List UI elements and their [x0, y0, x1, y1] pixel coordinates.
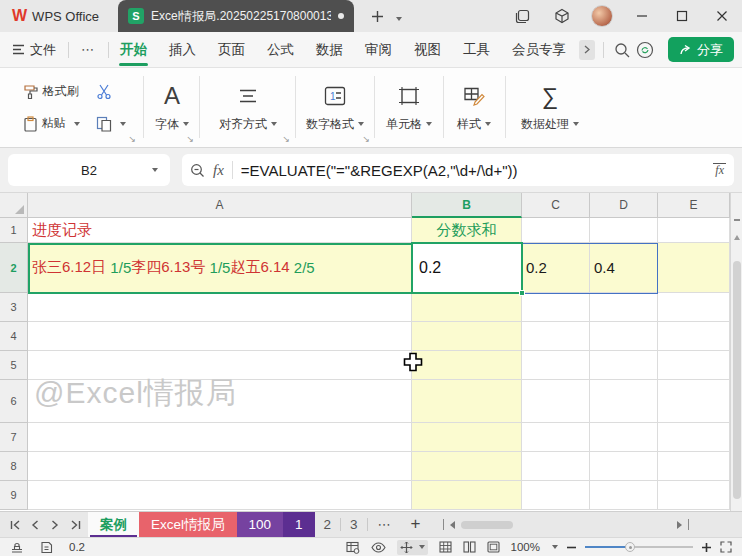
- cell-C5[interactable]: [522, 351, 590, 380]
- tab-list-chevron-icon[interactable]: [392, 9, 402, 24]
- prev-sheet-button[interactable]: [26, 515, 44, 535]
- name-box-chevron-icon[interactable]: [152, 168, 158, 172]
- cell-D1[interactable]: [590, 218, 658, 243]
- cell-E5[interactable]: [658, 351, 730, 380]
- zoom-slider[interactable]: [585, 542, 693, 552]
- sheet-tab-100[interactable]: 100: [237, 512, 284, 538]
- copy-button[interactable]: [96, 116, 126, 132]
- cell-E4[interactable]: [658, 322, 730, 351]
- formula-input[interactable]: =EVALUATE("="&REGEXP(A2,"\d+/\d+")): [241, 162, 706, 179]
- row-header-2[interactable]: 2: [0, 243, 28, 293]
- horizontal-scrollbar[interactable]: [443, 519, 581, 530]
- cell-B3[interactable]: [412, 293, 522, 322]
- cell-A7[interactable]: [28, 423, 412, 452]
- fill-handle[interactable]: [519, 290, 525, 296]
- column-header-e[interactable]: E: [658, 193, 730, 218]
- cell-E9[interactable]: [658, 481, 730, 510]
- share-button[interactable]: 分享: [668, 37, 734, 62]
- tab-page[interactable]: 页面: [207, 32, 256, 68]
- sheet-tab-anli[interactable]: 案例: [88, 512, 139, 538]
- cut-button[interactable]: [96, 84, 126, 100]
- tab-insert[interactable]: 插入: [158, 32, 207, 68]
- cell-D3[interactable]: [590, 293, 658, 322]
- cell-A2[interactable]: 张三6.12日 1/5李四6.13号 1/5赵五6.14 2/5: [28, 243, 412, 293]
- cell-B9[interactable]: [412, 481, 522, 510]
- cell-E7[interactable]: [658, 423, 730, 452]
- cell-D2[interactable]: 0.4: [590, 243, 658, 293]
- cell-C7[interactable]: [522, 423, 590, 452]
- vertical-scroll-thumb[interactable]: [733, 261, 741, 499]
- sheet-tab-3[interactable]: 3: [341, 512, 367, 538]
- row-header-8[interactable]: 8: [0, 452, 28, 481]
- zoom-chevron-icon[interactable]: [552, 545, 558, 549]
- cell-A1[interactable]: 进度记录: [28, 218, 412, 243]
- sheet-list-button[interactable]: ⋯: [368, 517, 403, 532]
- next-sheet-button[interactable]: [46, 515, 64, 535]
- cell-D8[interactable]: [590, 452, 658, 481]
- cell-C3[interactable]: [522, 293, 590, 322]
- cell-B4[interactable]: [412, 322, 522, 351]
- new-tab-button[interactable]: [366, 5, 388, 27]
- cell-B7[interactable]: [412, 423, 522, 452]
- formula-bar-expand-icon[interactable]: fx: [713, 163, 726, 177]
- last-sheet-button[interactable]: [66, 515, 84, 535]
- format-painter-button[interactable]: 格式刷: [23, 83, 80, 100]
- column-header-a[interactable]: A: [28, 193, 412, 218]
- tab-review[interactable]: 审阅: [354, 32, 403, 68]
- cell-C4[interactable]: [522, 322, 590, 351]
- formula-field[interactable]: fx =EVALUATE("="&REGEXP(A2,"\d+/\d+")) f…: [182, 154, 734, 186]
- user-avatar[interactable]: [582, 0, 622, 32]
- stamp-icon[interactable]: [10, 541, 24, 554]
- more-tabs-chevron[interactable]: [579, 40, 595, 60]
- number-format-group[interactable]: 1 数字格式 ↘: [296, 68, 374, 147]
- styles-group[interactable]: 样式: [444, 68, 504, 147]
- tab-member[interactable]: 会员专享: [501, 32, 577, 68]
- tab-tools[interactable]: 工具: [452, 32, 501, 68]
- cell-B1[interactable]: 分数求和: [412, 218, 522, 243]
- row-header-3[interactable]: 3: [0, 293, 28, 322]
- row-header-4[interactable]: 4: [0, 322, 28, 351]
- column-header-d[interactable]: D: [590, 193, 658, 218]
- cell-B6[interactable]: [412, 380, 522, 423]
- table-settings-icon[interactable]: [346, 541, 360, 554]
- name-box[interactable]: B2: [8, 154, 170, 186]
- row-header-7[interactable]: 7: [0, 423, 28, 452]
- column-header-c[interactable]: C: [522, 193, 590, 218]
- alignment-group[interactable]: 对齐方式 ↘: [202, 68, 294, 147]
- cell-C1[interactable]: [522, 218, 590, 243]
- normal-view-icon[interactable]: [439, 541, 452, 553]
- cell-C6[interactable]: [522, 380, 590, 423]
- zoom-out-magnifier-icon[interactable]: [190, 163, 205, 178]
- cell-E3[interactable]: [658, 293, 730, 322]
- sheet-tab-excel-qingbaoju[interactable]: Excel情报局: [139, 512, 237, 538]
- cell-A3[interactable]: [28, 293, 412, 322]
- cell-D9[interactable]: [590, 481, 658, 510]
- document-tab[interactable]: S Excel情报局.20250225170800013: [118, 0, 354, 32]
- maximize-button[interactable]: [662, 0, 702, 32]
- wps-logo[interactable]: W WPS Office: [0, 0, 113, 32]
- tab-view[interactable]: 视图: [403, 32, 452, 68]
- scroll-left-icon[interactable]: [450, 521, 455, 529]
- cell-E2[interactable]: [658, 243, 730, 293]
- cell-B8[interactable]: [412, 452, 522, 481]
- font-group[interactable]: A 字体 ↘: [146, 68, 198, 147]
- group-expand-icon[interactable]: ↘: [186, 134, 194, 144]
- cells-group[interactable]: 单元格: [376, 68, 442, 147]
- cell-D4[interactable]: [590, 322, 658, 351]
- cell-C9[interactable]: [522, 481, 590, 510]
- close-button[interactable]: [702, 0, 742, 32]
- group-expand-icon[interactable]: ↘: [128, 134, 136, 144]
- row-header-5[interactable]: 5: [0, 351, 28, 380]
- sheet-tab-2[interactable]: 2: [315, 512, 341, 538]
- cell-A8[interactable]: [28, 452, 412, 481]
- cell-E1[interactable]: [658, 218, 730, 243]
- cell-D7[interactable]: [590, 423, 658, 452]
- cell-C2[interactable]: 0.2: [522, 243, 590, 293]
- page-layout-view-icon[interactable]: [487, 541, 500, 553]
- zoom-out-button[interactable]: [566, 542, 577, 553]
- more-menu-button[interactable]: ⋯: [69, 42, 108, 57]
- tab-home[interactable]: 开始: [109, 32, 158, 68]
- cell-D6[interactable]: [590, 380, 658, 423]
- zoom-slider-thumb[interactable]: [625, 542, 635, 552]
- window-tabs-icon[interactable]: [502, 0, 542, 32]
